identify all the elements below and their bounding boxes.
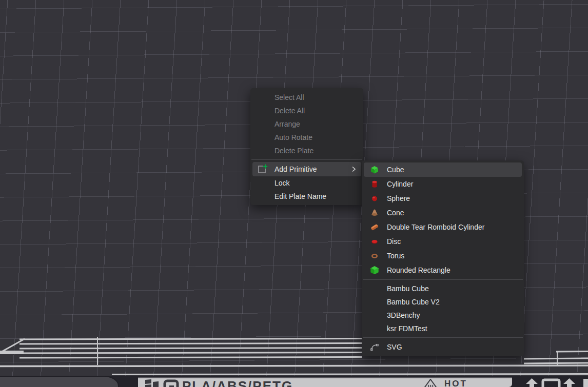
submenu-item-torus[interactable]: Torus bbox=[364, 249, 522, 263]
sphere-icon bbox=[370, 194, 379, 202]
menu-item-delete-all: Delete All bbox=[252, 104, 361, 117]
romboid-cylinder-icon bbox=[370, 223, 379, 231]
plate-badge-icon bbox=[163, 379, 180, 387]
submenu-item-cone[interactable]: Cone bbox=[364, 206, 522, 220]
submenu-item-label: Cone bbox=[387, 209, 404, 217]
add-primitive-submenu: Cube Cylinder Sphere Cone bbox=[362, 160, 524, 356]
submenu-item-sphere[interactable]: Sphere bbox=[364, 191, 522, 206]
menu-separator bbox=[363, 337, 523, 338]
submenu-item-label: Double Tear Romboid Cylinder bbox=[387, 223, 484, 231]
add-primitive-icon bbox=[257, 164, 269, 175]
menu-item-lock[interactable]: Lock bbox=[252, 176, 361, 190]
submenu-item-bambu-cube[interactable]: Bambu Cube bbox=[364, 282, 522, 295]
torus-icon bbox=[370, 252, 379, 260]
plate-marking-text: PLA/ABS/PETG bbox=[182, 378, 293, 387]
menu-item-auto-rotate: Auto Rotate bbox=[252, 131, 361, 144]
plate-name-tab[interactable] bbox=[0, 376, 119, 387]
menu-item-label: Auto Rotate bbox=[275, 133, 312, 141]
arrow-up-icon bbox=[562, 378, 576, 387]
submenu-item-cylinder[interactable]: Cylinder bbox=[364, 177, 522, 191]
menu-item-label: Edit Plate Name bbox=[275, 192, 326, 200]
submenu-item-label: Cube bbox=[387, 166, 404, 174]
menu-item-select-all: Select All bbox=[252, 91, 361, 104]
submenu-item-label: 3DBenchy bbox=[387, 311, 420, 319]
submenu-item-double-tear-romboid-cylinder[interactable]: Double Tear Romboid Cylinder bbox=[364, 220, 522, 234]
submenu-item-label: Cylinder bbox=[387, 180, 413, 188]
submenu-item-label: Bambu Cube V2 bbox=[387, 298, 440, 306]
cylinder-icon bbox=[370, 180, 379, 188]
submenu-item-label: Bambu Cube bbox=[387, 284, 429, 293]
arrow-up-icon bbox=[525, 378, 539, 387]
submenu-item-disc[interactable]: Disc bbox=[364, 234, 522, 249]
submenu-item-bambu-cube-v2[interactable]: Bambu Cube V2 bbox=[364, 295, 522, 309]
menu-item-label: Lock bbox=[275, 179, 290, 187]
svg-curve-icon bbox=[370, 343, 379, 351]
menu-item-label: Arrange bbox=[275, 120, 300, 128]
submenu-item-ksr-fdmtest[interactable]: ksr FDMTest bbox=[364, 322, 522, 335]
cone-icon bbox=[370, 209, 379, 217]
plate-marking-strip: PLA/ABS/PETG HOT bbox=[138, 377, 512, 387]
menu-item-arrange: Arrange bbox=[252, 117, 361, 131]
menu-separator bbox=[363, 279, 523, 280]
submenu-item-label: Rounded Rectangle bbox=[387, 266, 450, 274]
hot-label: HOT bbox=[444, 379, 467, 387]
menu-item-edit-plate-name[interactable]: Edit Plate Name bbox=[252, 190, 361, 203]
plate-front-glyphs bbox=[522, 377, 588, 387]
submenu-item-svg[interactable]: SVG bbox=[364, 340, 522, 354]
submenu-item-label: Disc bbox=[387, 237, 401, 246]
submenu-item-label: ksr FDMTest bbox=[387, 324, 427, 333]
submenu-item-label: Torus bbox=[387, 252, 404, 260]
submenu-item-3dbenchy[interactable]: 3DBenchy bbox=[364, 309, 522, 322]
menu-item-label: Delete All bbox=[275, 107, 305, 115]
plate-context-menu: Select All Delete All Arrange Auto Rotat… bbox=[250, 88, 363, 205]
chevron-right-icon bbox=[352, 167, 356, 172]
submenu-item-cube[interactable]: Cube bbox=[364, 162, 522, 177]
bambu-logo-icon bbox=[145, 379, 159, 387]
menu-item-label: Add Primitive bbox=[275, 165, 317, 173]
submenu-item-rounded-rectangle[interactable]: Rounded Rectangle bbox=[364, 263, 522, 277]
menu-item-add-primitive[interactable]: Add Primitive bbox=[252, 162, 361, 176]
rounded-rectangle-icon bbox=[370, 266, 379, 274]
submenu-item-label: SVG bbox=[387, 343, 402, 351]
plate-rect-icon bbox=[541, 378, 561, 387]
menu-item-label: Select All bbox=[275, 93, 304, 101]
menu-item-label: Delete Plate bbox=[275, 147, 313, 155]
disc-icon bbox=[370, 237, 379, 246]
cube-icon bbox=[370, 166, 379, 174]
plate-edge-corner bbox=[583, 379, 588, 387]
menu-item-delete-plate: Delete Plate bbox=[252, 144, 361, 157]
menu-separator bbox=[251, 159, 362, 160]
submenu-item-label: Sphere bbox=[387, 194, 410, 202]
hot-warning-icon bbox=[423, 379, 438, 387]
